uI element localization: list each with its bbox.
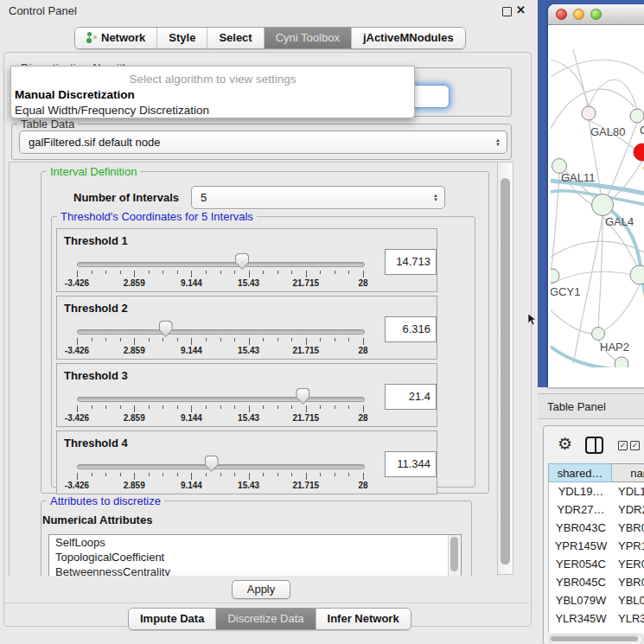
apply-button[interactable]: Apply xyxy=(232,580,290,599)
network-node[interactable] xyxy=(634,143,644,161)
slider-tick xyxy=(105,405,106,409)
table-cell[interactable]: YBR0 xyxy=(613,573,644,591)
tab-cyni-toolbox[interactable]: Cyni Toolbox xyxy=(264,28,351,48)
table-cell[interactable]: YPR145W xyxy=(549,537,613,555)
slider-tick xyxy=(92,473,92,476)
threshold-value-field[interactable]: 21.4 xyxy=(385,384,437,410)
table-cell[interactable]: YBR043C xyxy=(549,519,613,537)
network-node[interactable] xyxy=(630,109,644,123)
table-cell[interactable]: YLR345W xyxy=(549,609,613,628)
table-cell[interactable]: YLR3 xyxy=(613,609,644,628)
network-edge[interactable] xyxy=(552,174,559,269)
table-cell[interactable]: YER0 xyxy=(613,555,644,573)
table-row[interactable]: YER054CYER0 xyxy=(549,555,644,573)
scrollbar-thumb[interactable] xyxy=(551,636,638,641)
network-node[interactable] xyxy=(615,357,628,367)
table-cell[interactable]: YBR0 xyxy=(613,519,644,537)
close-panel-icon[interactable]: ✕ xyxy=(516,3,526,16)
slider-thumb[interactable] xyxy=(296,388,309,405)
slider-thumb[interactable] xyxy=(159,321,173,337)
table-row[interactable]: YDL19…YDL1 xyxy=(549,482,644,501)
column-header-shared-name[interactable]: shared… xyxy=(548,463,612,482)
tab-label: jActiveMNodules xyxy=(363,31,454,44)
slider-thumb[interactable] xyxy=(205,456,219,472)
network-node[interactable] xyxy=(630,265,644,284)
threshold-value-field[interactable]: 6.316 xyxy=(385,316,437,342)
tab-discretize-data[interactable]: Discretize Data xyxy=(215,609,315,629)
attributes-list-scrollbar[interactable] xyxy=(448,535,461,577)
slider-tick xyxy=(92,338,92,341)
table-row[interactable]: YBL079WYBL0 xyxy=(549,591,644,609)
slider-thumb[interactable] xyxy=(235,253,249,270)
minimize-window-icon[interactable] xyxy=(573,9,584,20)
threshold-value-field[interactable]: 11.344 xyxy=(385,451,437,477)
float-window-icon[interactable] xyxy=(502,7,512,16)
slider-tick-label: 2.859 xyxy=(124,481,145,490)
slider-tick xyxy=(335,473,335,476)
network-node[interactable] xyxy=(592,328,605,341)
tab-network[interactable]: Network xyxy=(75,28,156,48)
threshold-value-field[interactable]: 14.713 xyxy=(385,249,437,275)
popup-option-manual[interactable]: Manual Discretization xyxy=(11,87,414,103)
network-node-label: GAL11 xyxy=(561,171,596,184)
checkbox-icon[interactable]: ✓ xyxy=(618,441,628,450)
network-node[interactable] xyxy=(592,194,614,216)
table-data-combobox[interactable]: galFiltered.sif default node ▲▼ xyxy=(19,131,507,154)
popup-option-equal-width[interactable]: Equal Width/Frequency Discretization xyxy=(11,103,414,118)
slider-tick-label: 28 xyxy=(358,278,367,288)
table-row[interactable]: YIL052CYIL0 xyxy=(549,628,644,633)
slider-tick xyxy=(177,405,178,409)
number-of-intervals-combobox[interactable]: 5 ▲▼ xyxy=(191,186,445,209)
table-row[interactable]: YLR345WYLR3 xyxy=(549,609,644,628)
table-cell[interactable]: YIL0 xyxy=(613,628,644,633)
table-row[interactable]: YBR043CYBR0 xyxy=(549,519,644,537)
attribute-list-item[interactable]: TopologicalCoefficient xyxy=(49,550,461,564)
checkbox-icon[interactable]: ✓ xyxy=(630,441,640,450)
settings-scroll-viewport: Interval Definition Number of Intervals … xyxy=(9,162,498,577)
table-cell[interactable]: YBL0 xyxy=(613,591,644,609)
table-cell[interactable]: YPR1 xyxy=(613,537,644,555)
slider-track[interactable] xyxy=(77,397,365,402)
tab-impute-data[interactable]: Impute Data xyxy=(129,609,215,629)
tab-select[interactable]: Select xyxy=(207,28,263,48)
table-cell[interactable]: YER054C xyxy=(549,555,613,573)
network-edge[interactable] xyxy=(551,310,592,334)
table-cell[interactable]: YDL19… xyxy=(549,482,613,501)
table-horizontal-scrollbar[interactable] xyxy=(549,634,643,644)
slider-tick xyxy=(191,338,192,345)
scrollbar-thumb[interactable] xyxy=(501,178,510,564)
table-cell[interactable]: YBR045C xyxy=(549,573,613,591)
attribute-list-item[interactable]: BetweennessCentrality xyxy=(49,564,461,577)
table-cell[interactable]: YDR27… xyxy=(549,501,613,519)
table-cell[interactable]: YDL1 xyxy=(613,482,644,501)
network-canvas[interactable]: GAL80GACGAL11GAL4GCY1HHAP2 xyxy=(551,25,644,367)
network-edge[interactable] xyxy=(604,284,640,330)
settings-vertical-scrollbar[interactable] xyxy=(497,162,513,575)
tab-infer-network[interactable]: Infer Network xyxy=(316,609,411,629)
table-cell[interactable]: YDR2 xyxy=(613,501,644,519)
network-edge[interactable] xyxy=(589,80,637,109)
popup-hint-item[interactable]: Select algorithm to view settings xyxy=(11,72,414,87)
close-window-icon[interactable] xyxy=(556,9,567,20)
tab-jactivemnodules[interactable]: jActiveMNodules xyxy=(351,28,465,48)
network-edge[interactable] xyxy=(551,271,634,284)
table-cell[interactable]: YBL079W xyxy=(549,591,613,609)
attribute-list-item[interactable]: SelfLoops xyxy=(49,535,461,550)
numerical-attributes-list[interactable]: SelfLoopsTopologicalCoefficientBetweenne… xyxy=(48,534,462,577)
network-edge[interactable] xyxy=(551,60,644,86)
slider-tick-label: -3.426 xyxy=(65,278,89,288)
split-columns-icon[interactable] xyxy=(585,437,603,454)
gear-icon[interactable]: ⚙ xyxy=(558,436,572,452)
column-header-name[interactable]: name xyxy=(612,463,644,482)
slider-track[interactable] xyxy=(77,262,365,267)
table-row[interactable]: YBR045CYBR0 xyxy=(549,573,644,591)
table-row[interactable]: YDR27…YDR2 xyxy=(549,501,644,519)
table-cell[interactable]: YIL052C xyxy=(549,628,613,633)
tab-style[interactable]: Style xyxy=(156,28,207,48)
zoom-window-icon[interactable] xyxy=(590,9,602,20)
table-row[interactable]: YPR145WYPR1 xyxy=(549,537,644,555)
slider-tick-label: 2.859 xyxy=(124,413,145,423)
slider-track[interactable] xyxy=(77,464,365,469)
network-node[interactable] xyxy=(582,106,596,120)
slider-track[interactable] xyxy=(77,329,365,335)
